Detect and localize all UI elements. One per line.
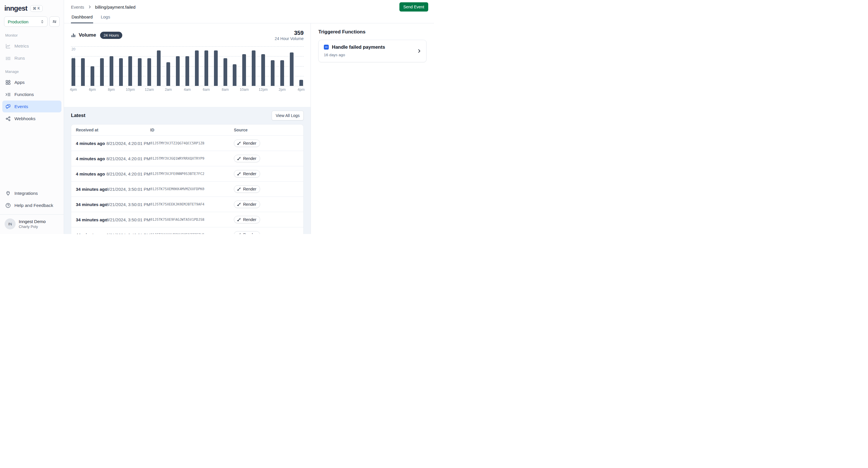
- event-relative-time: 34 minutes ago: [76, 187, 106, 192]
- source-badge-label: Render: [243, 202, 256, 207]
- sidebar-item-label: Events: [14, 104, 28, 109]
- send-event-button[interactable]: Send Event: [399, 2, 428, 11]
- command-k-shortcut[interactable]: ⌘ K: [30, 5, 43, 12]
- event-relative-time: 4 minutes ago: [76, 141, 106, 146]
- sliders-icon: [52, 19, 57, 24]
- event-id: 01J5TK75XE9FAGJWTA5V1PDJS8: [150, 218, 234, 222]
- webhooks-icon: [5, 116, 11, 122]
- x-axis-tick-label: 4pm: [70, 88, 77, 92]
- volume-bar[interactable]: [195, 51, 199, 86]
- volume-bar[interactable]: [290, 53, 293, 86]
- environment-select[interactable]: Production: [4, 16, 48, 27]
- source-badge[interactable]: Render: [234, 216, 260, 223]
- table-row[interactable]: 4 minutes ago8/21/2024, 4:20:01 PM01J5TM…: [71, 166, 303, 181]
- volume-bar[interactable]: [280, 60, 284, 86]
- source-badge[interactable]: Render: [234, 201, 260, 208]
- volume-bar[interactable]: [71, 58, 75, 86]
- sidebar-item-integrations[interactable]: Integrations: [2, 187, 61, 199]
- x-axis-tick-label: 4pm: [298, 88, 305, 92]
- sidebar-item-apps[interactable]: Apps: [2, 76, 61, 88]
- sidebar-item-metrics[interactable]: Metrics: [2, 40, 61, 52]
- sidebar-item-events[interactable]: Events: [2, 101, 61, 112]
- content-row: Volume 24 Hours 359 24 Hour Volume 51015…: [64, 23, 434, 234]
- environment-settings-button[interactable]: [49, 16, 60, 27]
- breadcrumb-events-link[interactable]: Events: [71, 5, 84, 9]
- latest-section: Latest View All Logs Received at ID Sour…: [64, 107, 311, 234]
- table-row[interactable]: 4 minutes ago8/21/2024, 4:20:01 PM01J5TM…: [71, 135, 303, 151]
- range-badge: 24 Hours: [100, 32, 122, 39]
- table-row[interactable]: 34 minutes ago8/21/2024, 3:50:01 PM01J5T…: [71, 212, 303, 227]
- sidebar-item-webhooks[interactable]: Webhooks: [2, 113, 61, 125]
- volume-bar[interactable]: [205, 51, 208, 86]
- table-row[interactable]: 4 minutes ago8/21/2024, 4:20:01 PM01J5TM…: [71, 151, 303, 166]
- key-icon: [237, 187, 241, 191]
- volume-bar[interactable]: [233, 64, 237, 86]
- sidebar-nav: MonitorMetricsRunsManageAppsFunctionsEve…: [0, 28, 64, 125]
- volume-bar[interactable]: [81, 58, 85, 86]
- x-axis-slot: 12pm: [261, 88, 265, 93]
- volume-bar[interactable]: [223, 58, 227, 86]
- event-source-cell: Render: [234, 185, 299, 193]
- volume-bar[interactable]: [100, 58, 104, 86]
- source-badge[interactable]: Render: [234, 170, 260, 177]
- avatar: IN: [5, 219, 16, 229]
- chevron-right-icon: [417, 49, 422, 54]
- volume-bar[interactable]: [110, 56, 113, 86]
- main-column: Volume 24 Hours 359 24 Hour Volume 51015…: [64, 23, 311, 234]
- col-source: Source: [234, 128, 299, 132]
- x-axis-slot: [290, 88, 293, 93]
- chart-bars: [71, 46, 303, 86]
- tab-logs[interactable]: Logs: [100, 14, 111, 23]
- event-source-cell: Render: [234, 201, 299, 208]
- user-menu[interactable]: IN Inngest Demo Charly Poly: [0, 215, 64, 234]
- latest-header: Latest View All Logs: [71, 110, 304, 121]
- nav-section-label: Monitor: [0, 28, 64, 40]
- event-id: 01J5TK75XEEKJK0EMJBTET9AF4: [150, 202, 234, 206]
- table-row[interactable]: 34 minutes ago8/21/2024, 3:50:01 PM01J5T…: [71, 197, 303, 212]
- function-card[interactable]: <> Handle failed payments 16 days ago: [318, 40, 427, 62]
- volume-bar[interactable]: [138, 58, 142, 86]
- source-badge[interactable]: Render: [234, 155, 260, 162]
- volume-bar[interactable]: [91, 66, 94, 86]
- source-badge-label: Render: [243, 233, 256, 234]
- sidebar-item-label: Functions: [14, 92, 34, 97]
- volume-bar[interactable]: [157, 51, 161, 86]
- volume-bar[interactable]: [261, 54, 265, 86]
- col-received-at: Received at: [76, 128, 106, 132]
- volume-bar[interactable]: [242, 54, 246, 86]
- volume-bar[interactable]: [214, 51, 218, 86]
- volume-bar[interactable]: [271, 60, 275, 86]
- event-timestamp: 8/21/2024, 4:20:01 PM: [106, 156, 150, 161]
- inngest-logo[interactable]: inngest: [4, 4, 27, 12]
- sidebar-item-help-and-feedback[interactable]: Help and Feedback: [2, 199, 61, 211]
- function-code-icon: <>: [324, 45, 329, 49]
- view-all-logs-button[interactable]: View All Logs: [272, 111, 304, 121]
- x-axis-tick-label: 8pm: [108, 88, 115, 92]
- source-badge[interactable]: Render: [234, 231, 260, 234]
- tab-dashboard[interactable]: Dashboard: [71, 14, 93, 23]
- table-row[interactable]: 44 minutes ago8/21/2024, 3:40:01 PM01J5T…: [71, 227, 303, 234]
- volume-bar[interactable]: [176, 56, 180, 86]
- volume-bar-chart: 5101520: [71, 46, 304, 86]
- volume-bar[interactable]: [185, 56, 189, 86]
- x-axis-slot: 8pm: [110, 88, 113, 93]
- table-row[interactable]: 34 minutes ago8/21/2024, 3:50:01 PM01J5T…: [71, 181, 303, 197]
- volume-bar[interactable]: [147, 58, 151, 86]
- x-axis-tick-label: 6am: [203, 88, 210, 92]
- x-axis-slot: 2am: [166, 88, 170, 93]
- logo-row: inngest ⌘ K: [0, 0, 64, 14]
- event-id: 01J5TMY3VJFE0NNP0S3BTE7FC2: [150, 172, 234, 176]
- volume-bar[interactable]: [119, 58, 123, 86]
- volume-bar[interactable]: [166, 62, 170, 86]
- source-badge[interactable]: Render: [234, 139, 260, 147]
- runs-icon: [5, 55, 11, 61]
- event-source-cell: Render: [234, 139, 299, 147]
- volume-bar[interactable]: [128, 56, 132, 86]
- x-axis-tick-label: 12pm: [259, 88, 268, 92]
- sidebar-item-functions[interactable]: Functions: [2, 89, 61, 100]
- x-axis-slot: 8am: [223, 88, 227, 93]
- source-badge[interactable]: Render: [234, 185, 260, 193]
- volume-bar[interactable]: [299, 80, 303, 86]
- volume-bar[interactable]: [252, 51, 255, 86]
- sidebar-item-runs[interactable]: Runs: [2, 52, 61, 64]
